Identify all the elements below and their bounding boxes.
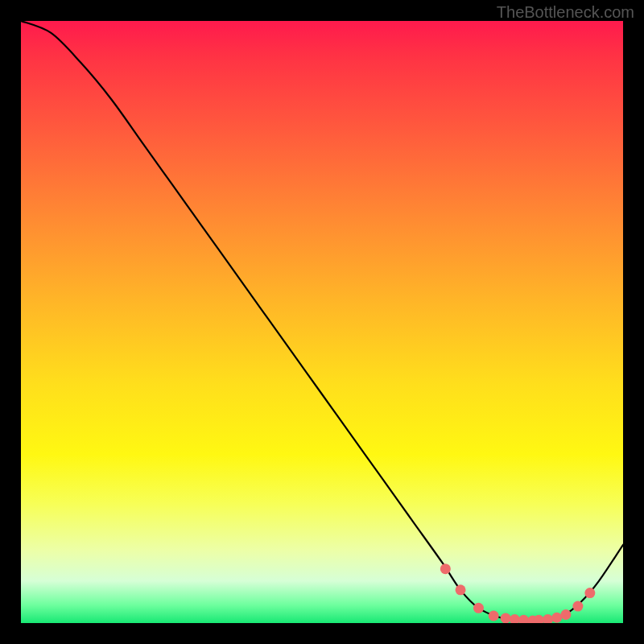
highlight-dot bbox=[584, 588, 595, 598]
highlight-dot bbox=[489, 611, 499, 621]
chart-svg bbox=[21, 21, 623, 623]
bottleneck-curve bbox=[21, 21, 623, 621]
highlight-dot bbox=[551, 613, 562, 623]
highlight-dot bbox=[456, 584, 466, 595]
highlight-dot bbox=[501, 613, 511, 623]
watermark-text: TheBottleneck.com bbox=[497, 3, 634, 22]
highlight-dots-group bbox=[440, 564, 596, 623]
highlight-dot bbox=[560, 609, 571, 620]
highlight-dot bbox=[510, 614, 520, 623]
highlight-dot bbox=[440, 564, 451, 574]
highlight-dot bbox=[572, 601, 583, 612]
highlight-dot bbox=[543, 614, 553, 623]
highlight-dot bbox=[518, 615, 529, 623]
highlight-dot bbox=[473, 603, 484, 613]
plot-area bbox=[21, 21, 623, 623]
